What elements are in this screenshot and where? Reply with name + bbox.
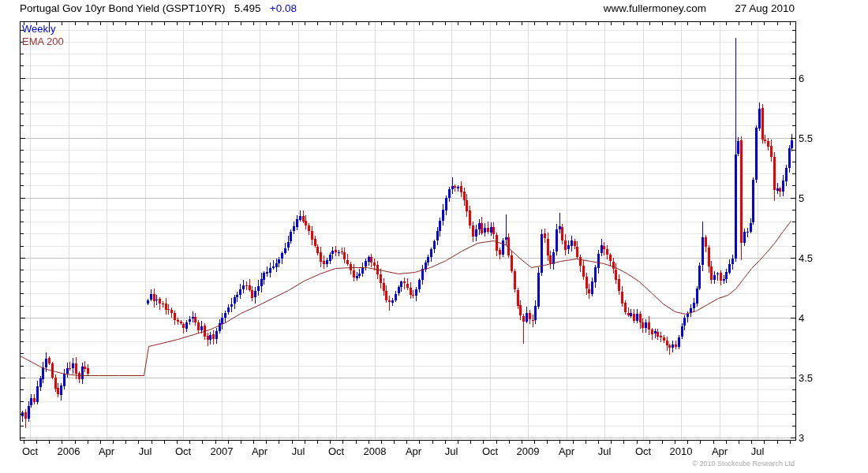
bond-yield-chart-page: { "header": { "instrument": "Portugal Go… <box>0 0 868 473</box>
copyright-notice: © 2010 Stockcube Research Ltd <box>692 460 795 467</box>
chart-date: 27 Aug 2010 <box>735 2 795 14</box>
chart-title: Portugal Gov 10yr Bond Yield (GSPT10YR) <box>20 2 225 14</box>
legend-timeframe: Weekly <box>22 23 64 35</box>
legend-ema: EMA 200 <box>22 35 64 48</box>
price-change: +0.08 <box>270 2 297 14</box>
chart-legend: Weekly EMA 200 <box>22 23 64 48</box>
price-chart-canvas <box>0 0 868 473</box>
last-price: 5.495 <box>234 2 261 14</box>
website-text: www.fullermoney.com <box>604 2 706 14</box>
chart-header: Portugal Gov 10yr Bond Yield (GSPT10YR) … <box>20 2 297 14</box>
